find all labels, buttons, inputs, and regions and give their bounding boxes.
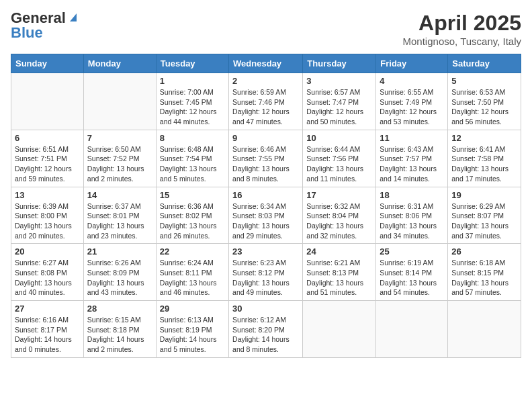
day-info: Sunrise: 6:27 AM Sunset: 8:08 PM Dayligh… [15, 258, 80, 298]
day-number: 26 [451, 246, 517, 257]
day-number: 1 [160, 76, 225, 86]
weekday-header: Thursday [303, 54, 376, 73]
logo-general-text: General [11, 11, 66, 26]
calendar-day-cell: 12Sunrise: 6:41 AM Sunset: 7:58 PM Dayli… [448, 130, 521, 187]
day-number: 21 [87, 246, 152, 257]
day-info: Sunrise: 6:15 AM Sunset: 8:18 PM Dayligh… [87, 315, 152, 355]
weekday-header: Wednesday [229, 54, 303, 73]
day-info: Sunrise: 6:53 AM Sunset: 7:50 PM Dayligh… [451, 87, 517, 127]
day-number: 10 [306, 133, 372, 143]
calendar-day-cell: 4Sunrise: 6:55 AM Sunset: 7:49 PM Daylig… [376, 73, 448, 130]
day-number: 11 [380, 133, 444, 143]
weekday-header: Monday [83, 54, 156, 73]
day-number: 15 [160, 190, 225, 200]
day-number: 19 [451, 190, 517, 200]
calendar-day-cell: 14Sunrise: 6:37 AM Sunset: 8:01 PM Dayli… [83, 187, 156, 244]
calendar-day-cell [448, 301, 521, 358]
calendar-day-cell [83, 73, 156, 130]
calendar-day-cell [11, 73, 84, 130]
day-info: Sunrise: 6:29 AM Sunset: 8:07 PM Dayligh… [451, 201, 517, 241]
calendar-day-cell: 16Sunrise: 6:34 AM Sunset: 8:03 PM Dayli… [229, 187, 303, 244]
calendar-day-cell: 20Sunrise: 6:27 AM Sunset: 8:08 PM Dayli… [11, 244, 84, 301]
day-info: Sunrise: 6:16 AM Sunset: 8:17 PM Dayligh… [15, 315, 80, 355]
calendar-week-row: 20Sunrise: 6:27 AM Sunset: 8:08 PM Dayli… [11, 244, 521, 301]
day-info: Sunrise: 6:36 AM Sunset: 8:02 PM Dayligh… [160, 201, 225, 241]
calendar-title: April 2025 [403, 11, 521, 36]
logo: General Blue [11, 11, 79, 40]
weekday-header: Sunday [11, 54, 84, 73]
day-info: Sunrise: 6:44 AM Sunset: 7:56 PM Dayligh… [306, 144, 372, 184]
day-number: 16 [232, 190, 299, 200]
weekday-header: Friday [376, 54, 448, 73]
calendar-day-cell: 18Sunrise: 6:31 AM Sunset: 8:06 PM Dayli… [376, 187, 448, 244]
day-info: Sunrise: 6:39 AM Sunset: 8:00 PM Dayligh… [15, 201, 80, 241]
day-number: 17 [306, 190, 372, 200]
calendar-day-cell: 23Sunrise: 6:23 AM Sunset: 8:12 PM Dayli… [229, 244, 303, 301]
day-info: Sunrise: 6:12 AM Sunset: 8:20 PM Dayligh… [232, 315, 299, 355]
calendar-day-cell: 21Sunrise: 6:26 AM Sunset: 8:09 PM Dayli… [83, 244, 156, 301]
calendar-day-cell [376, 301, 448, 358]
page-header: General Blue April 2025 Montignoso, Tusc… [11, 11, 521, 47]
calendar-day-cell: 5Sunrise: 6:53 AM Sunset: 7:50 PM Daylig… [448, 73, 521, 130]
day-info: Sunrise: 6:50 AM Sunset: 7:52 PM Dayligh… [87, 144, 152, 184]
day-number: 25 [380, 246, 444, 257]
day-number: 20 [15, 246, 80, 257]
calendar-day-cell: 26Sunrise: 6:18 AM Sunset: 8:15 PM Dayli… [448, 244, 521, 301]
calendar-day-cell: 3Sunrise: 6:57 AM Sunset: 7:47 PM Daylig… [303, 73, 376, 130]
day-number: 3 [306, 76, 372, 86]
calendar-day-cell: 15Sunrise: 6:36 AM Sunset: 8:02 PM Dayli… [156, 187, 228, 244]
day-number: 6 [15, 133, 80, 143]
day-info: Sunrise: 6:13 AM Sunset: 8:19 PM Dayligh… [160, 315, 225, 355]
calendar-day-cell: 19Sunrise: 6:29 AM Sunset: 8:07 PM Dayli… [448, 187, 521, 244]
day-number: 29 [160, 304, 225, 314]
day-number: 9 [232, 133, 299, 143]
day-info: Sunrise: 6:19 AM Sunset: 8:14 PM Dayligh… [380, 258, 444, 298]
day-number: 27 [15, 304, 80, 314]
day-number: 18 [380, 190, 444, 200]
calendar-week-row: 1Sunrise: 7:00 AM Sunset: 7:45 PM Daylig… [11, 73, 521, 130]
day-info: Sunrise: 6:32 AM Sunset: 8:04 PM Dayligh… [306, 201, 372, 241]
day-info: Sunrise: 6:51 AM Sunset: 7:51 PM Dayligh… [15, 144, 80, 184]
calendar-day-cell: 22Sunrise: 6:24 AM Sunset: 8:11 PM Dayli… [156, 244, 228, 301]
day-info: Sunrise: 6:57 AM Sunset: 7:47 PM Dayligh… [306, 87, 372, 127]
calendar-day-cell: 25Sunrise: 6:19 AM Sunset: 8:14 PM Dayli… [376, 244, 448, 301]
logo-triangle-icon [67, 11, 79, 23]
calendar-day-cell: 28Sunrise: 6:15 AM Sunset: 8:18 PM Dayli… [83, 301, 156, 358]
day-info: Sunrise: 6:34 AM Sunset: 8:03 PM Dayligh… [232, 201, 299, 241]
day-number: 12 [451, 133, 517, 143]
calendar-day-cell: 8Sunrise: 6:48 AM Sunset: 7:54 PM Daylig… [156, 130, 228, 187]
day-info: Sunrise: 6:18 AM Sunset: 8:15 PM Dayligh… [451, 258, 517, 298]
day-info: Sunrise: 6:24 AM Sunset: 8:11 PM Dayligh… [160, 258, 225, 298]
calendar-day-cell: 17Sunrise: 6:32 AM Sunset: 8:04 PM Dayli… [303, 187, 376, 244]
logo-blue-text: Blue [11, 26, 43, 40]
calendar-day-cell: 1Sunrise: 7:00 AM Sunset: 7:45 PM Daylig… [156, 73, 228, 130]
svg-marker-0 [70, 13, 77, 21]
day-info: Sunrise: 6:21 AM Sunset: 8:13 PM Dayligh… [306, 258, 372, 298]
day-number: 30 [232, 304, 299, 314]
day-number: 7 [87, 133, 152, 143]
weekday-header: Saturday [448, 54, 521, 73]
calendar-day-cell: 6Sunrise: 6:51 AM Sunset: 7:51 PM Daylig… [11, 130, 84, 187]
day-number: 14 [87, 190, 152, 200]
calendar-week-row: 6Sunrise: 6:51 AM Sunset: 7:51 PM Daylig… [11, 130, 521, 187]
day-number: 8 [160, 133, 225, 143]
calendar-table: SundayMondayTuesdayWednesdayThursdayFrid… [11, 54, 521, 358]
day-info: Sunrise: 6:23 AM Sunset: 8:12 PM Dayligh… [232, 258, 299, 298]
day-info: Sunrise: 7:00 AM Sunset: 7:45 PM Dayligh… [160, 87, 225, 127]
calendar-day-cell: 2Sunrise: 6:59 AM Sunset: 7:46 PM Daylig… [229, 73, 303, 130]
calendar-day-cell: 7Sunrise: 6:50 AM Sunset: 7:52 PM Daylig… [83, 130, 156, 187]
calendar-week-row: 27Sunrise: 6:16 AM Sunset: 8:17 PM Dayli… [11, 301, 521, 358]
day-number: 24 [306, 246, 372, 257]
calendar-day-cell: 24Sunrise: 6:21 AM Sunset: 8:13 PM Dayli… [303, 244, 376, 301]
calendar-day-cell: 11Sunrise: 6:43 AM Sunset: 7:57 PM Dayli… [376, 130, 448, 187]
day-number: 28 [87, 304, 152, 314]
calendar-day-cell: 13Sunrise: 6:39 AM Sunset: 8:00 PM Dayli… [11, 187, 84, 244]
calendar-day-cell: 10Sunrise: 6:44 AM Sunset: 7:56 PM Dayli… [303, 130, 376, 187]
day-info: Sunrise: 6:48 AM Sunset: 7:54 PM Dayligh… [160, 144, 225, 184]
calendar-day-cell: 27Sunrise: 6:16 AM Sunset: 8:17 PM Dayli… [11, 301, 84, 358]
day-number: 4 [380, 76, 444, 86]
day-info: Sunrise: 6:37 AM Sunset: 8:01 PM Dayligh… [87, 201, 152, 241]
calendar-header-row: SundayMondayTuesdayWednesdayThursdayFrid… [11, 54, 521, 73]
day-number: 5 [451, 76, 517, 86]
day-info: Sunrise: 6:43 AM Sunset: 7:57 PM Dayligh… [380, 144, 444, 184]
